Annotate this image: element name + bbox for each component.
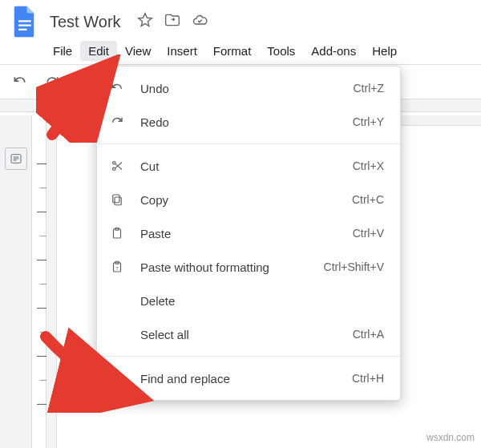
menu-item-redo[interactable]: Redo Ctrl+Y xyxy=(97,105,400,139)
menu-separator xyxy=(97,143,400,144)
svg-rect-0 xyxy=(18,20,31,22)
docs-document-icon xyxy=(10,5,38,38)
menu-item-label: Cut xyxy=(140,159,353,173)
menu-item-paste-without-formatting[interactable]: T Paste without formatting Ctrl+Shift+V xyxy=(97,250,400,284)
copy-icon xyxy=(110,192,131,208)
menu-item-label: Select all xyxy=(140,328,353,341)
cloud-status-icon[interactable] xyxy=(192,12,208,31)
watermark: wsxdn.com xyxy=(426,432,475,443)
svg-text:T: T xyxy=(115,266,119,271)
clipboard-icon xyxy=(110,225,131,241)
menu-item-cut[interactable]: Cut Ctrl+X xyxy=(97,149,400,183)
toolbar-undo-button[interactable] xyxy=(6,70,34,94)
svg-rect-10 xyxy=(113,195,119,203)
menu-item-paste[interactable]: Paste Ctrl+V xyxy=(97,216,400,250)
vertical-ruler xyxy=(32,115,46,448)
docs-logo[interactable] xyxy=(10,3,38,40)
edit-menu-dropdown: Undo Ctrl+Z Redo Ctrl+Y Cut Ctrl+X Copy … xyxy=(96,66,401,401)
clipboard-plain-icon: T xyxy=(110,259,131,275)
menu-item-label: Find and replace xyxy=(140,372,352,385)
menu-item-delete[interactable]: Delete xyxy=(97,284,400,317)
menubar: File Edit View Insert Format Tools Add-o… xyxy=(0,37,481,64)
menu-item-select-all[interactable]: Select all Ctrl+A xyxy=(97,317,400,351)
outline-button[interactable] xyxy=(5,147,27,170)
menu-addons[interactable]: Add-ons xyxy=(303,41,364,61)
menu-item-shortcut: Ctrl+A xyxy=(353,328,384,341)
star-icon[interactable] xyxy=(137,12,153,31)
menu-item-label: Paste without formatting xyxy=(140,260,324,274)
undo-icon xyxy=(110,80,131,96)
menu-item-copy[interactable]: Copy Ctrl+C xyxy=(97,183,400,216)
menu-edit[interactable]: Edit xyxy=(80,41,117,61)
menu-item-label: Undo xyxy=(140,82,354,95)
redo-icon xyxy=(44,74,60,90)
left-dock xyxy=(0,115,32,448)
menu-format[interactable]: Format xyxy=(205,41,260,61)
menu-item-find-and-replace[interactable]: Find and replace Ctrl+H xyxy=(97,361,400,395)
undo-icon xyxy=(12,74,28,90)
outline-icon xyxy=(10,152,22,165)
svg-rect-1 xyxy=(18,25,31,26)
menu-item-shortcut: Ctrl+X xyxy=(353,159,384,172)
svg-rect-2 xyxy=(18,29,27,30)
titlebar: Test Work xyxy=(0,0,481,37)
menu-item-shortcut: Ctrl+V xyxy=(353,227,384,240)
document-title[interactable]: Test Work xyxy=(45,11,126,33)
menu-insert[interactable]: Insert xyxy=(159,41,205,61)
menu-item-label: Copy xyxy=(140,193,352,207)
redo-icon xyxy=(110,114,131,130)
move-folder-icon[interactable] xyxy=(164,12,180,31)
svg-rect-9 xyxy=(115,197,121,205)
menu-item-label: Delete xyxy=(140,294,384,308)
menu-item-shortcut: Ctrl+C xyxy=(352,193,384,206)
menu-item-label: Paste xyxy=(140,227,353,240)
menu-item-shortcut: Ctrl+Y xyxy=(353,115,384,128)
menu-help[interactable]: Help xyxy=(364,41,405,61)
menu-separator xyxy=(97,356,400,357)
blank-icon xyxy=(110,370,131,386)
menu-tools[interactable]: Tools xyxy=(259,41,303,61)
menu-item-undo[interactable]: Undo Ctrl+Z xyxy=(97,71,400,105)
scissors-icon xyxy=(110,158,131,174)
title-icons xyxy=(137,12,208,31)
menu-item-shortcut: Ctrl+Shift+V xyxy=(324,260,384,273)
toolbar-redo-button[interactable] xyxy=(38,70,66,94)
blank-icon xyxy=(110,326,131,342)
menu-item-label: Redo xyxy=(140,115,353,129)
menu-item-shortcut: Ctrl+H xyxy=(352,372,384,385)
blank-icon xyxy=(110,293,131,309)
menu-file[interactable]: File xyxy=(45,41,80,61)
menu-view[interactable]: View xyxy=(117,41,159,61)
menu-item-shortcut: Ctrl+Z xyxy=(354,82,385,95)
